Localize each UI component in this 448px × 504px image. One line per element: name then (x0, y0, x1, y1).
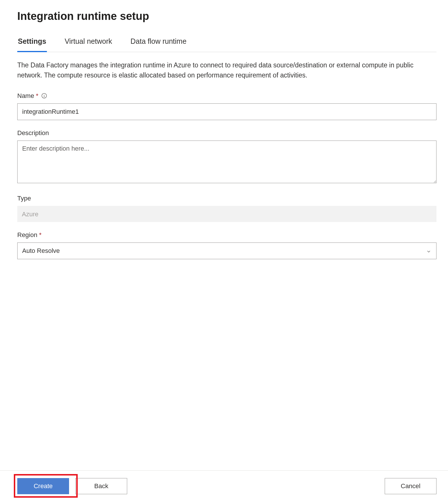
footer-actions: Create Back Cancel (0, 470, 448, 504)
required-indicator: * (36, 91, 39, 101)
settings-description: The Data Factory manages the integration… (17, 60, 429, 81)
name-label-row: Name * (17, 91, 436, 101)
region-field-group: Region * Auto Resolve (17, 230, 436, 262)
type-field-group: Type Azure (17, 194, 436, 222)
description-field-group: Description (17, 128, 436, 186)
name-field-group: Name * (17, 91, 436, 120)
region-label: Region (17, 230, 37, 240)
name-input[interactable] (17, 103, 436, 120)
settings-content: The Data Factory manages the integration… (17, 60, 436, 471)
region-selected-value: Auto Resolve (22, 247, 60, 255)
type-label: Type (17, 194, 31, 203)
panel-title: Integration runtime setup (17, 8, 436, 24)
tab-virtual-network[interactable]: Virtual network (64, 36, 113, 52)
svg-point-2 (44, 94, 44, 94)
description-label-row: Description (17, 128, 436, 138)
create-button[interactable]: Create (17, 478, 69, 494)
region-label-row: Region * (17, 230, 436, 240)
tab-data-flow-runtime[interactable]: Data flow runtime (130, 36, 187, 52)
integration-runtime-setup-panel: Integration runtime setup Settings Virtu… (0, 0, 448, 504)
info-icon[interactable] (41, 93, 47, 98)
region-select[interactable]: Auto Resolve (17, 242, 436, 259)
name-label: Name (17, 91, 34, 101)
tabs-container: Settings Virtual network Data flow runti… (17, 36, 436, 52)
description-label: Description (17, 128, 49, 138)
tab-settings[interactable]: Settings (17, 36, 47, 52)
region-select-wrapper: Auto Resolve (17, 242, 436, 262)
required-indicator: * (39, 230, 42, 240)
type-label-row: Type (17, 194, 436, 203)
description-textarea[interactable] (17, 141, 436, 183)
cancel-button[interactable]: Cancel (385, 478, 436, 494)
type-readonly: Azure (17, 206, 436, 222)
back-button[interactable]: Back (75, 478, 127, 494)
